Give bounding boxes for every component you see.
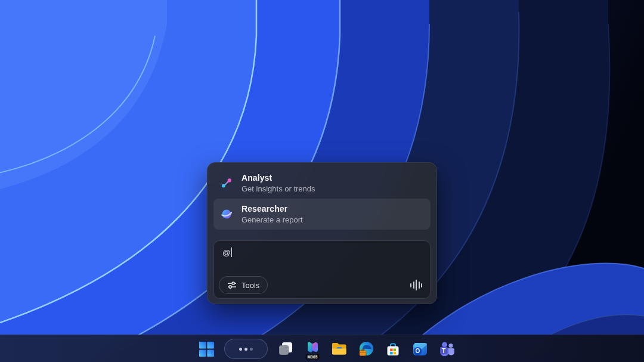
svg-text:T: T — [442, 347, 446, 354]
agent-name: Analyst — [242, 172, 315, 184]
agent-description: Generate a report — [242, 215, 303, 225]
m365-copilot-button[interactable]: M365 — [304, 337, 321, 361]
typing-dot — [239, 348, 242, 351]
edge-icon — [358, 341, 374, 357]
agent-item-analyst[interactable]: Analyst Get insights or trends — [213, 168, 431, 199]
agent-suggestion-list: Analyst Get insights or trends — [208, 163, 436, 230]
researcher-planet-icon — [221, 208, 233, 220]
folder-icon — [331, 342, 348, 356]
windows-start-icon — [199, 341, 215, 357]
tools-button-label: Tools — [242, 281, 259, 290]
copilot-input-box[interactable]: @ Tools — [213, 240, 431, 299]
input-text[interactable]: @ — [222, 248, 231, 257]
microsoft-store-button[interactable] — [384, 337, 402, 361]
m365-badge: M365 — [305, 354, 319, 360]
teams-icon: T — [438, 341, 455, 357]
analyst-trend-icon — [221, 177, 233, 189]
task-view-button[interactable] — [277, 337, 295, 361]
agent-item-researcher[interactable]: Researcher Generate a report — [213, 199, 431, 230]
typing-dot — [250, 348, 253, 351]
edge-browser-button[interactable] — [357, 337, 375, 361]
store-bag-icon — [385, 341, 401, 357]
start-button[interactable] — [197, 337, 215, 361]
text-caret — [231, 247, 232, 257]
taskbar: M365 — [0, 335, 644, 362]
briefcase-badge-icon — [360, 349, 366, 355]
outlook-icon: O — [412, 341, 428, 357]
typing-dot — [244, 348, 247, 351]
teams-button[interactable]: T — [438, 337, 456, 361]
voice-waveform-icon[interactable] — [410, 279, 422, 291]
taskbar-search-pill[interactable] — [224, 339, 268, 359]
sliders-icon — [227, 281, 237, 289]
outlook-button[interactable]: O — [411, 337, 429, 361]
desktop: Analyst Get insights or trends — [0, 0, 644, 362]
agent-description: Get insights or trends — [242, 184, 315, 194]
copilot-popup: Analyst Get insights or trends — [207, 162, 437, 304]
tools-button[interactable]: Tools — [219, 276, 268, 294]
svg-text:O: O — [415, 348, 420, 354]
file-explorer-button[interactable] — [330, 337, 348, 361]
agent-name: Researcher — [242, 203, 303, 215]
task-view-icon — [278, 341, 293, 357]
